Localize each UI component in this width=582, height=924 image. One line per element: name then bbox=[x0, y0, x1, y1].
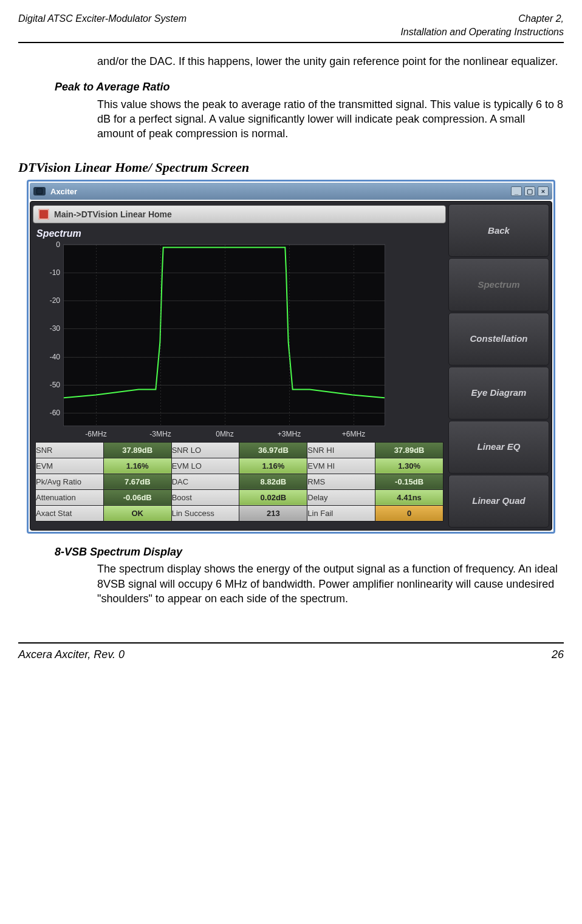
sidebar-item-linear-quad[interactable]: Linear Quad bbox=[448, 475, 549, 528]
chart-gridline bbox=[160, 245, 161, 426]
doc-header: Digital ATSC Exciter-Modulator System Ch… bbox=[18, 12, 564, 38]
chart-x-tick: +6MHz bbox=[342, 429, 365, 439]
chart-gridline bbox=[64, 273, 385, 273]
chart-x-tick: -6MHz bbox=[85, 429, 106, 439]
spectrum-chart: 0-10-20-30-40-50-60-6MHz-3MHz0Mhz+3MHz+6… bbox=[63, 244, 385, 426]
chart-x-tick: -3MHz bbox=[149, 429, 171, 439]
table-row: EVM1.16%EVM LO1.16%EVM HI1.30% bbox=[36, 458, 443, 474]
breadcrumb-text: Main->DTVision Linear Home bbox=[54, 209, 172, 220]
metric-value: OK bbox=[103, 505, 171, 521]
chart-gridline bbox=[289, 245, 290, 426]
metric-label: EVM HI bbox=[307, 458, 375, 474]
metric-value: 37.89dB bbox=[103, 442, 171, 458]
sidebar-item-linear-eq[interactable]: Linear EQ bbox=[448, 421, 549, 474]
paragraph-peak: This value shows the peak to average rat… bbox=[97, 97, 564, 141]
close-icon[interactable]: × bbox=[538, 186, 549, 196]
breadcrumb: Main->DTVision Linear Home bbox=[33, 205, 446, 223]
metric-value: 1.30% bbox=[375, 458, 443, 474]
doc-footer: Axcera Axciter, Rev. 0 26 bbox=[18, 647, 564, 662]
titlebar-dot-icon bbox=[36, 188, 43, 194]
metric-label: EVM LO bbox=[171, 458, 239, 474]
metric-value: 4.41ns bbox=[375, 489, 443, 505]
chart-y-tick: -30 bbox=[50, 324, 60, 333]
sidebar: BackSpectrumConstellationEye DiagramLine… bbox=[448, 202, 552, 530]
header-right: Chapter 2, Installation and Operating In… bbox=[400, 12, 564, 38]
chart-y-tick: -10 bbox=[50, 268, 60, 277]
sidebar-item-back[interactable]: Back bbox=[448, 204, 549, 257]
footer-left: Axcera Axciter, Rev. 0 bbox=[18, 647, 125, 662]
chart-y-tick: -60 bbox=[50, 408, 60, 418]
chart-gridline bbox=[96, 245, 97, 426]
metric-label: SNR HI bbox=[307, 442, 375, 458]
metric-value: -0.06dB bbox=[103, 489, 171, 505]
paragraph-8vsb: The spectrum display shows the energy of… bbox=[97, 562, 564, 606]
metric-label: Attenuation bbox=[36, 489, 104, 505]
metric-label: Boost bbox=[171, 489, 239, 505]
chart-gridline bbox=[225, 245, 225, 426]
app-main: Main->DTVision Linear Home Spectrum 0-10… bbox=[30, 202, 448, 530]
chart-gridline bbox=[64, 357, 385, 358]
metric-label: SNR bbox=[36, 442, 104, 458]
metric-label: EVM bbox=[36, 458, 104, 474]
header-rule bbox=[18, 42, 564, 43]
metric-label: Lin Success bbox=[171, 505, 239, 521]
table-row: SNR37.89dBSNR LO36.97dBSNR HI37.89dB bbox=[36, 442, 443, 458]
metric-value: 0 bbox=[375, 505, 443, 521]
section-8vsb-title: 8-VSB Spectrum Display bbox=[55, 545, 564, 559]
metric-label: SNR LO bbox=[171, 442, 239, 458]
metric-value: 8.82dB bbox=[239, 474, 307, 489]
table-row: Axact StatOKLin Success213Lin Fail0 bbox=[36, 505, 443, 521]
metric-value: -0.15dB bbox=[375, 474, 443, 489]
table-row: Attenuation-0.06dBBoost0.02dBDelay4.41ns bbox=[36, 489, 443, 505]
metric-value: 37.89dB bbox=[375, 442, 443, 458]
metric-value: 36.97dB bbox=[239, 442, 307, 458]
window-titlebar[interactable]: Axciter _ ▢ × bbox=[30, 183, 552, 200]
chart-y-tick: -50 bbox=[50, 380, 60, 390]
screen-heading: DTVision Linear Home/ Spectrum Screen bbox=[18, 158, 564, 177]
chart-gridline bbox=[64, 245, 385, 245]
window-title: Axciter bbox=[50, 186, 77, 197]
chart-gridline bbox=[64, 328, 385, 329]
sidebar-item-spectrum[interactable]: Spectrum bbox=[448, 258, 549, 311]
spectrum-trace bbox=[64, 245, 385, 426]
paragraph-top: and/or the DAC. If this happens, lower t… bbox=[97, 54, 564, 69]
chart-y-tick: 0 bbox=[56, 240, 60, 250]
sidebar-item-eye-diagram[interactable]: Eye Diagram bbox=[448, 367, 549, 420]
metric-value: 1.16% bbox=[103, 458, 171, 474]
maximize-icon[interactable]: ▢ bbox=[524, 186, 535, 196]
section-peak-title: Peak to Average Ratio bbox=[55, 80, 564, 94]
chart-gridline bbox=[64, 301, 385, 301]
footer-right: 26 bbox=[552, 647, 564, 662]
metric-value: 7.67dB bbox=[103, 474, 171, 489]
table-row: Pk/Avg Ratio7.67dBDAC8.82dBRMS-0.15dB bbox=[36, 474, 443, 489]
metric-label: Lin Fail bbox=[307, 505, 375, 521]
chart-gridline bbox=[64, 385, 385, 386]
window-controls: _ ▢ × bbox=[511, 186, 549, 196]
app-window: Axciter _ ▢ × Main->DTVision Linear Home… bbox=[27, 180, 555, 534]
metrics-table: SNR37.89dBSNR LO36.97dBSNR HI37.89dBEVM1… bbox=[35, 442, 443, 521]
titlebar-left-buttons bbox=[33, 187, 46, 195]
minimize-icon[interactable]: _ bbox=[511, 186, 522, 196]
chart-x-tick: 0Mhz bbox=[216, 429, 233, 439]
chart-gridline bbox=[354, 245, 354, 426]
chart-gridline bbox=[64, 413, 385, 413]
metric-label: RMS bbox=[307, 474, 375, 489]
metric-value: 1.16% bbox=[239, 458, 307, 474]
metric-value: 0.02dB bbox=[239, 489, 307, 505]
header-left: Digital ATSC Exciter-Modulator System bbox=[18, 12, 187, 38]
panel-title: Spectrum bbox=[36, 227, 446, 240]
metric-label: Delay bbox=[307, 489, 375, 505]
metric-value: 213 bbox=[239, 505, 307, 521]
metric-label: Axact Stat bbox=[36, 505, 104, 521]
sidebar-item-constellation[interactable]: Constellation bbox=[448, 313, 549, 365]
metric-label: DAC bbox=[171, 474, 239, 489]
chart-x-tick: +3MHz bbox=[278, 429, 301, 439]
metric-label: Pk/Avg Ratio bbox=[36, 474, 104, 489]
app-body: Main->DTVision Linear Home Spectrum 0-10… bbox=[30, 201, 552, 531]
chart-y-tick: -40 bbox=[50, 352, 60, 361]
footer-rule bbox=[18, 642, 564, 644]
chart-y-tick: -20 bbox=[50, 296, 60, 305]
axcera-logo-icon bbox=[38, 209, 49, 220]
